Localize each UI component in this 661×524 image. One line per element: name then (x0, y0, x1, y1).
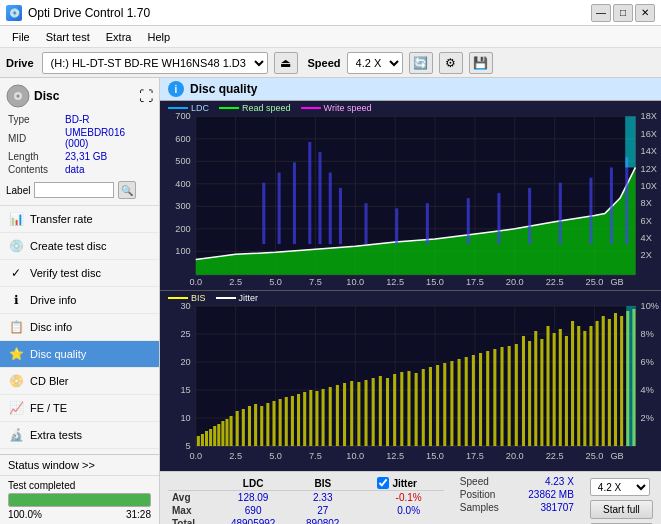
svg-rect-142 (350, 381, 353, 446)
nav-label-create-test-disc: Create test disc (30, 240, 106, 252)
menu-start-test[interactable]: Start test (38, 29, 98, 45)
label-search-button[interactable]: 🔍 (118, 181, 136, 199)
svg-text:2.5: 2.5 (229, 277, 242, 287)
status-window-button[interactable]: Status window >> (0, 455, 159, 476)
svg-rect-119 (213, 426, 216, 446)
svg-text:400: 400 (175, 179, 190, 189)
svg-text:5.0: 5.0 (269, 451, 282, 461)
svg-rect-66 (528, 188, 531, 244)
svg-point-2 (17, 95, 20, 98)
svg-rect-157 (458, 359, 461, 446)
speed-select[interactable]: 4.2 X 2.0 X 8.0 X (347, 52, 403, 74)
drive-select[interactable]: (H:) HL-DT-ST BD-RE WH16NS48 1.D3 (42, 52, 268, 74)
menu-file[interactable]: File (4, 29, 38, 45)
nav-item-disc-info[interactable]: 📋 Disc info (0, 314, 159, 341)
svg-marker-71 (625, 116, 635, 167)
main-layout: Disc ⛶ Type BD-R MID UMEBDR016 (000) Len… (0, 78, 661, 524)
svg-text:7.5: 7.5 (309, 451, 322, 461)
svg-rect-176 (583, 331, 586, 446)
svg-text:600: 600 (175, 134, 190, 144)
disc-expand-icon[interactable]: ⛶ (139, 88, 153, 104)
settings-button[interactable]: ⚙ (439, 52, 463, 74)
nav-item-fe-te[interactable]: 📈 FE / TE (0, 395, 159, 422)
nav-item-cd-bler[interactable]: 📀 CD Bler (0, 368, 159, 395)
svg-rect-137 (315, 391, 318, 446)
svg-text:GB: GB (610, 451, 623, 461)
action-speed-select[interactable]: 4.2 X (590, 478, 650, 496)
nav-item-create-test-disc[interactable]: 💿 Create test disc (0, 233, 159, 260)
svg-rect-145 (372, 378, 375, 446)
svg-text:16X: 16X (641, 129, 657, 139)
menu-extra[interactable]: Extra (98, 29, 140, 45)
extra-tests-icon: 🔬 (8, 427, 24, 443)
svg-text:10X: 10X (641, 181, 657, 191)
nav-label-drive-info: Drive info (30, 294, 76, 306)
nav-item-disc-quality[interactable]: ⭐ Disc quality (0, 341, 159, 368)
svg-rect-135 (303, 392, 306, 446)
svg-rect-177 (589, 326, 592, 446)
svg-rect-138 (322, 389, 325, 446)
svg-rect-182 (620, 316, 623, 446)
svg-rect-163 (500, 347, 503, 446)
maximize-button[interactable]: □ (613, 4, 633, 22)
svg-text:4X: 4X (641, 233, 652, 243)
app-icon: 💿 (6, 5, 22, 21)
svg-rect-162 (493, 349, 496, 446)
label-input[interactable] (34, 182, 114, 198)
lower-chart: BIS Jitter (160, 291, 661, 471)
svg-rect-120 (217, 424, 220, 446)
eject-button[interactable]: ⏏ (274, 52, 298, 74)
start-full-button[interactable]: Start full (590, 500, 653, 519)
svg-rect-179 (602, 316, 605, 446)
svg-rect-57 (308, 142, 311, 244)
svg-rect-129 (266, 403, 269, 446)
svg-rect-115 (197, 436, 200, 446)
svg-text:12.5: 12.5 (386, 451, 404, 461)
save-button[interactable]: 💾 (469, 52, 493, 74)
svg-rect-128 (260, 406, 263, 446)
jitter-checkbox[interactable] (377, 477, 389, 489)
svg-rect-116 (201, 434, 204, 446)
transfer-rate-icon: 📊 (8, 211, 24, 227)
svg-rect-150 (407, 371, 410, 446)
nav-item-drive-info[interactable]: ℹ Drive info (0, 287, 159, 314)
disc-quality-header: i Disc quality (160, 78, 661, 101)
minimize-button[interactable]: — (591, 4, 611, 22)
close-button[interactable]: ✕ (635, 4, 655, 22)
svg-text:20.0: 20.0 (506, 277, 524, 287)
svg-rect-132 (285, 397, 288, 446)
svg-text:18X: 18X (641, 111, 657, 121)
svg-text:14X: 14X (641, 146, 657, 156)
svg-text:25: 25 (180, 329, 190, 339)
svg-rect-170 (546, 326, 549, 446)
lower-chart-legend: BIS Jitter (168, 293, 258, 303)
nav-label-transfer-rate: Transfer rate (30, 213, 93, 225)
svg-rect-159 (472, 355, 475, 446)
nav-item-extra-tests[interactable]: 🔬 Extra tests (0, 422, 159, 449)
nav-item-verify-test-disc[interactable]: ✓ Verify test disc (0, 260, 159, 287)
nav-item-transfer-rate[interactable]: 📊 Transfer rate (0, 206, 159, 233)
nav-label-verify-test-disc: Verify test disc (30, 267, 101, 279)
svg-rect-180 (608, 319, 611, 446)
nav-label-disc-info: Disc info (30, 321, 72, 333)
svg-text:8%: 8% (641, 329, 654, 339)
sidebar: Disc ⛶ Type BD-R MID UMEBDR016 (000) Len… (0, 78, 160, 524)
svg-rect-62 (395, 208, 398, 244)
svg-rect-171 (553, 333, 556, 446)
svg-rect-131 (279, 399, 282, 446)
svg-rect-122 (225, 419, 228, 446)
svg-text:10.0: 10.0 (346, 451, 364, 461)
svg-rect-125 (242, 409, 245, 446)
nav-label-disc-quality: Disc quality (30, 348, 86, 360)
verify-test-disc-icon: ✓ (8, 265, 24, 281)
svg-text:20: 20 (180, 357, 190, 367)
refresh-button[interactable]: 🔄 (409, 52, 433, 74)
speed-label: Speed (308, 57, 341, 69)
svg-rect-168 (534, 331, 537, 446)
disc-quality-icon: ⭐ (8, 346, 24, 362)
svg-rect-173 (565, 336, 568, 446)
svg-rect-63 (426, 203, 429, 244)
svg-rect-165 (515, 344, 518, 446)
menu-help[interactable]: Help (139, 29, 178, 45)
svg-rect-160 (479, 353, 482, 446)
